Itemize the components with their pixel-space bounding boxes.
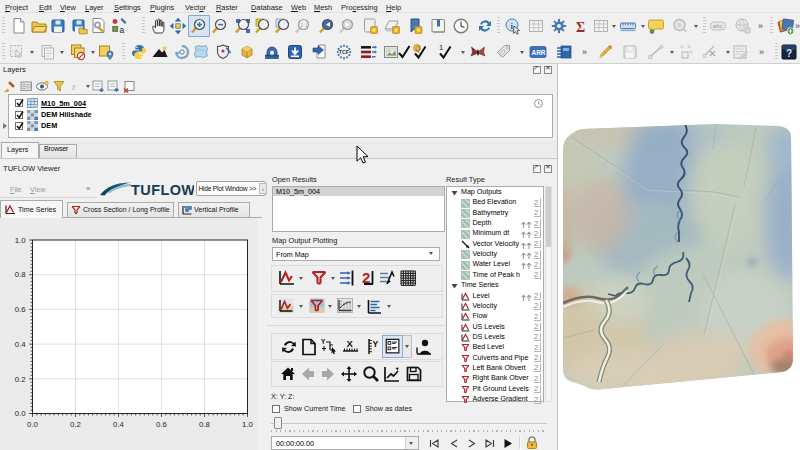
svg-text:1:1: 1:1 [301, 22, 308, 28]
svg-text:abc: abc [713, 23, 723, 29]
svg-text:TUFLOW: TUFLOW [131, 182, 194, 198]
svg-text:Σ: Σ [576, 20, 585, 35]
svg-text:?: ? [786, 48, 792, 59]
svg-text:Y: Y [373, 339, 379, 349]
svg-text:TCF: TCF [339, 49, 349, 55]
svg-text:a: a [120, 25, 125, 35]
svg-text:Y: Y [321, 338, 326, 345]
svg-text:X: X [347, 338, 354, 349]
svg-text:1: 1 [439, 43, 443, 52]
svg-text:ARR: ARR [532, 49, 546, 56]
svg-text:ε: ε [72, 81, 76, 92]
svg-text:Q: Q [415, 45, 420, 53]
